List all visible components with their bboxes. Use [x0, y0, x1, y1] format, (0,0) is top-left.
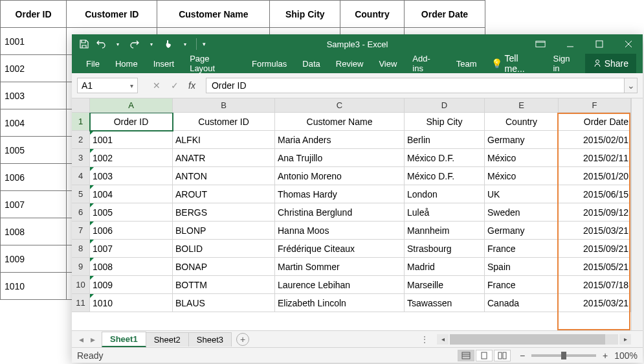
- row-head[interactable]: 5: [72, 185, 90, 203]
- cell[interactable]: Maria Anders: [275, 131, 405, 149]
- cell[interactable]: 1004: [90, 185, 173, 203]
- cell[interactable]: UK: [485, 185, 559, 203]
- sign-in[interactable]: Sign in: [546, 54, 584, 73]
- cell[interactable]: Germany: [485, 222, 559, 240]
- cell[interactable]: Country: [485, 113, 559, 131]
- tab-view[interactable]: View: [371, 54, 405, 73]
- cell[interactable]: 2015/05/21: [559, 258, 631, 276]
- cell[interactable]: 1002: [90, 149, 173, 167]
- save-icon[interactable]: [78, 38, 90, 50]
- row-head[interactable]: 4: [72, 167, 90, 185]
- cell[interactable]: 2015/02/01: [559, 131, 631, 149]
- row-head[interactable]: 2: [72, 131, 90, 149]
- new-sheet-button[interactable]: +: [236, 333, 249, 346]
- cell[interactable]: Order Date: [559, 113, 631, 131]
- sheet-nav-next-icon[interactable]: ▸: [87, 334, 98, 345]
- qat-customize-icon[interactable]: ▾: [196, 38, 208, 50]
- cell[interactable]: 2015/02/11: [559, 149, 631, 167]
- spreadsheet-grid[interactable]: A B C D E F 1 Order ID Customer ID Custo…: [72, 98, 643, 330]
- cell[interactable]: London: [405, 185, 485, 203]
- cell[interactable]: 1010: [90, 294, 173, 312]
- sheet-tab-active[interactable]: Sheet1: [102, 332, 146, 347]
- maximize-button[interactable]: [584, 34, 614, 54]
- cell[interactable]: México D.F.: [405, 167, 485, 185]
- cell[interactable]: ANTON: [173, 167, 275, 185]
- redo-icon[interactable]: [129, 38, 140, 50]
- tab-team[interactable]: Team: [449, 54, 485, 73]
- row-head[interactable]: 8: [72, 240, 90, 258]
- cell[interactable]: Elizabeth Lincoln: [275, 294, 405, 312]
- cell[interactable]: BOTTM: [173, 276, 275, 294]
- tab-file[interactable]: File: [78, 54, 107, 73]
- touch-dropdown-icon[interactable]: ▾: [179, 38, 191, 50]
- cell[interactable]: Tsawassen: [405, 294, 485, 312]
- cell[interactable]: France: [485, 240, 559, 258]
- row-head[interactable]: 11: [72, 294, 90, 312]
- cancel-icon[interactable]: ✕: [150, 78, 164, 93]
- row-head[interactable]: 1: [72, 113, 90, 131]
- tell-me[interactable]: 💡Tell me...: [485, 54, 547, 73]
- cell[interactable]: 2015/03/21: [559, 222, 631, 240]
- cell[interactable]: Spain: [485, 258, 559, 276]
- cell[interactable]: Frédérique Citeaux: [275, 240, 405, 258]
- cell[interactable]: BONAP: [173, 258, 275, 276]
- cell[interactable]: 1006: [90, 222, 173, 240]
- cell[interactable]: Sweden: [485, 203, 559, 222]
- select-all-corner[interactable]: [72, 98, 90, 112]
- tab-addins[interactable]: Add-ins: [405, 54, 448, 73]
- cell[interactable]: BLAUS: [173, 294, 275, 312]
- enter-icon[interactable]: ✓: [168, 78, 182, 93]
- cell[interactable]: BERGS: [173, 203, 275, 222]
- vertical-scrollbar[interactable]: [631, 98, 643, 330]
- tab-page-layout[interactable]: Page Layout: [182, 54, 244, 73]
- tab-insert[interactable]: Insert: [146, 54, 183, 73]
- cell[interactable]: 1003: [90, 167, 173, 185]
- cell[interactable]: ALFKI: [173, 131, 275, 149]
- row-head[interactable]: 10: [72, 276, 90, 294]
- sheet-nav-prev-icon[interactable]: ◂: [76, 334, 86, 345]
- cell[interactable]: 2015/01/20: [559, 167, 631, 185]
- expand-formula-bar-icon[interactable]: ⌄: [625, 78, 638, 93]
- undo-dropdown-icon[interactable]: ▾: [112, 38, 124, 50]
- tab-formulas[interactable]: Formulas: [244, 54, 294, 73]
- row-head[interactable]: 9: [72, 258, 90, 276]
- page-break-view-icon[interactable]: [494, 350, 511, 361]
- cell[interactable]: Customer Name: [275, 113, 405, 131]
- tab-split-handle[interactable]: ⋮: [420, 334, 436, 345]
- cell[interactable]: Antonio Moreno: [275, 167, 405, 185]
- cell[interactable]: Mannheim: [405, 222, 485, 240]
- minimize-button[interactable]: [555, 34, 584, 54]
- col-head-e[interactable]: E: [485, 98, 559, 112]
- share-button[interactable]: Share: [585, 54, 636, 73]
- zoom-out-button[interactable]: −: [517, 350, 527, 361]
- normal-view-icon[interactable]: [458, 350, 474, 361]
- col-head-b[interactable]: B: [173, 98, 275, 112]
- cell[interactable]: Laurence Lebihan: [275, 276, 405, 294]
- ribbon-display-icon[interactable]: [528, 34, 553, 54]
- scroll-left-button[interactable]: ◂: [437, 334, 449, 345]
- cell[interactable]: Christina Berglund: [275, 203, 405, 222]
- sheet-tab[interactable]: Sheet3: [188, 332, 232, 347]
- cell[interactable]: 2015/09/12: [559, 203, 631, 222]
- cell[interactable]: 1009: [90, 276, 173, 294]
- cell[interactable]: Canada: [485, 294, 559, 312]
- cell[interactable]: BOLID: [173, 240, 275, 258]
- cell[interactable]: Marseille: [405, 276, 485, 294]
- cell[interactable]: Ship City: [405, 113, 485, 131]
- row-head[interactable]: 6: [72, 203, 90, 222]
- cell[interactable]: 1001: [90, 131, 173, 149]
- redo-dropdown-icon[interactable]: ▾: [146, 38, 157, 50]
- scroll-right-button[interactable]: ▸: [619, 334, 631, 345]
- name-box-dropdown-icon[interactable]: ▾: [130, 82, 133, 89]
- cell[interactable]: BLONP: [173, 222, 275, 240]
- page-layout-view-icon[interactable]: [476, 350, 493, 361]
- formula-input[interactable]: Order ID: [206, 78, 625, 93]
- cell[interactable]: Germany: [485, 131, 559, 149]
- tab-home[interactable]: Home: [107, 54, 146, 73]
- col-head-d[interactable]: D: [405, 98, 485, 112]
- undo-icon[interactable]: [95, 38, 107, 50]
- row-head[interactable]: 3: [72, 149, 90, 167]
- cell[interactable]: México: [485, 167, 559, 185]
- col-head-a[interactable]: A: [90, 98, 173, 112]
- tab-review[interactable]: Review: [328, 54, 372, 73]
